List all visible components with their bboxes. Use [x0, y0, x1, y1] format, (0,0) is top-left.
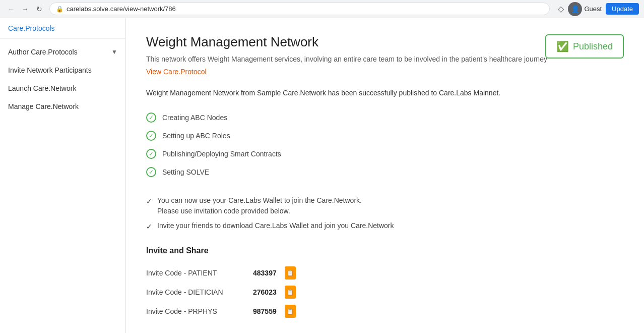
- sidebar-item-invite[interactable]: Invite Network Participants: [0, 61, 125, 79]
- sidebar-item-launch-label: Launch Care.Network: [8, 84, 76, 92]
- copy-prphys-button[interactable]: 📋: [285, 305, 296, 318]
- sidebar-item-launch[interactable]: Launch Care.Network: [0, 79, 125, 97]
- invite-row-prphys: Invite Code - PRPHYS 987559 📋: [146, 302, 624, 321]
- checkmark-icon: ✓: [146, 221, 152, 232]
- nav-buttons: ← → ↻: [5, 3, 45, 15]
- invite-code-patient: 483397: [253, 269, 277, 277]
- url-text: carelabs.solve.care/view-network/786: [67, 5, 176, 13]
- step-item: ✓ Setting SOLVE: [146, 163, 624, 181]
- sidebar: Care.Protocols Author Care.Protocols ▼ I…: [0, 18, 126, 333]
- sidebar-item-manage[interactable]: Manage Care.Network: [0, 97, 125, 116]
- extensions-icon[interactable]: ◇: [558, 4, 564, 14]
- lock-icon: 🔒: [56, 6, 63, 13]
- copy-patient-button[interactable]: 📋: [285, 266, 296, 280]
- back-button[interactable]: ←: [5, 3, 17, 15]
- invite-label-dietician: Invite Code - DIETICIAN: [146, 288, 247, 296]
- check-text-2: Invite your friends to download Care.Lab…: [157, 220, 394, 231]
- invite-row-dietician: Invite Code - DIETICIAN 276023 📋: [146, 283, 624, 302]
- step-circle-icon: ✓: [146, 167, 156, 177]
- chrome-update-button[interactable]: Update: [606, 3, 639, 15]
- invite-code-dietician: 276023: [253, 288, 277, 296]
- browser-actions: ◇ 👤 Guest Update: [558, 2, 639, 16]
- check-circle-icon: ✅: [556, 40, 569, 52]
- app-container: Care.Protocols Author Care.Protocols ▼ I…: [0, 18, 644, 333]
- step-item: ✓ Creating ABC Nodes: [146, 108, 624, 127]
- step-label: Setting up ABC Roles: [162, 132, 230, 140]
- checkmark-icon: ✓: [146, 196, 152, 207]
- step-circle-icon: ✓: [146, 149, 156, 159]
- main-content: ✅ Published Weight Management Network Th…: [126, 18, 644, 333]
- step-item: ✓ Setting up ABC Roles: [146, 127, 624, 145]
- step-label: Creating ABC Nodes: [162, 114, 227, 122]
- invite-code-prphys: 987559: [253, 307, 277, 315]
- sidebar-brand: Care.Protocols: [0, 18, 125, 39]
- profile-name: Guest: [584, 5, 602, 13]
- invite-label-patient: Invite Code - PATIENT: [146, 269, 247, 277]
- success-message: Weight Management Network from Sample Ca…: [146, 88, 624, 98]
- forward-button[interactable]: →: [19, 3, 31, 15]
- brand-link[interactable]: Care.Protocols: [8, 24, 55, 32]
- copy-icon: 📋: [287, 308, 294, 315]
- steps-list: ✓ Creating ABC Nodes ✓ Setting up ABC Ro…: [146, 108, 624, 181]
- copy-icon: 📋: [287, 270, 294, 276]
- step-label: Setting SOLVE: [162, 168, 209, 176]
- invite-label-prphys: Invite Code - PRPHYS: [146, 307, 247, 315]
- profile-button[interactable]: 👤 Guest: [568, 2, 602, 16]
- step-item: ✓ Publishing/Deploying Smart Contracts: [146, 145, 624, 163]
- sidebar-item-author[interactable]: Author Care.Protocols ▼: [0, 43, 125, 61]
- step-circle-icon: ✓: [146, 113, 156, 123]
- invite-section: Invite and Share Invite Code - PATIENT 4…: [146, 246, 624, 321]
- browser-chrome: ← → ↻ 🔒 carelabs.solve.care/view-network…: [0, 0, 644, 18]
- sidebar-nav: Author Care.Protocols ▼ Invite Network P…: [0, 39, 125, 120]
- check-item-2: ✓ Invite your friends to download Care.L…: [146, 218, 624, 234]
- sidebar-item-invite-label: Invite Network Participants: [8, 66, 92, 74]
- checklist-section: ✓ You can now use your Care.Labs Wallet …: [146, 193, 624, 234]
- check-text-1: You can now use your Care.Labs Wallet to…: [157, 195, 362, 216]
- step-circle-icon: ✓: [146, 131, 156, 141]
- published-label: Published: [573, 41, 613, 52]
- reload-button[interactable]: ↻: [33, 3, 45, 15]
- view-protocol-link[interactable]: View Care.Protocol: [146, 68, 207, 76]
- chevron-down-icon: ▼: [111, 48, 117, 56]
- invite-section-title: Invite and Share: [146, 246, 624, 255]
- step-label: Publishing/Deploying Smart Contracts: [162, 150, 281, 158]
- copy-icon: 📋: [287, 289, 294, 296]
- sidebar-item-author-label: Author Care.Protocols: [8, 48, 78, 56]
- invite-row-patient: Invite Code - PATIENT 483397 📋: [146, 263, 624, 283]
- copy-dietician-button[interactable]: 📋: [285, 286, 296, 299]
- sidebar-item-manage-label: Manage Care.Network: [8, 102, 79, 110]
- check-item-1: ✓ You can now use your Care.Labs Wallet …: [146, 193, 624, 218]
- published-badge: ✅ Published: [545, 34, 624, 59]
- address-bar[interactable]: 🔒 carelabs.solve.care/view-network/786: [49, 3, 550, 15]
- avatar: 👤: [568, 2, 582, 16]
